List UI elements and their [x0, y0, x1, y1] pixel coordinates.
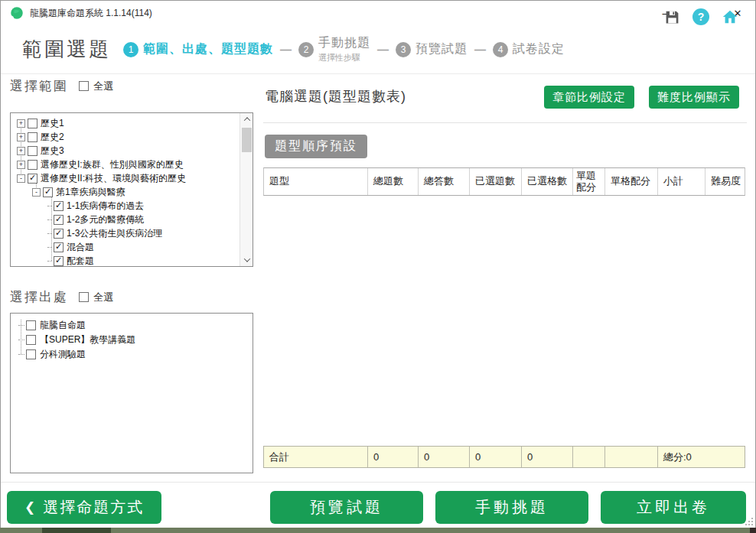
source-section-header: 選擇出處 全選 [10, 288, 113, 306]
checkbox-checked[interactable] [54, 256, 64, 266]
range-tree: + 歷史1 + 歷史2 + 歷史3 + 選修歷史I:族群、性別與 [10, 112, 253, 267]
step-3-label: 預覽試題 [415, 41, 468, 57]
checkbox-checked[interactable] [54, 229, 64, 239]
checkbox[interactable] [26, 320, 36, 330]
tree-item[interactable]: 1-1疾病傳布的過去 [11, 199, 239, 213]
tree-item[interactable]: 混合題 [11, 240, 239, 254]
tree-connector [18, 340, 24, 340]
back-to-method-button[interactable]: ❮ 選擇命題方式 [7, 491, 161, 524]
tree-scrollbar[interactable] [240, 113, 253, 266]
tree-item[interactable]: 1-2多元的醫療傳統 [11, 213, 239, 226]
resize-grip[interactable] [745, 518, 753, 525]
table-header-cell: 難易度 [705, 168, 745, 195]
preview-questions-button[interactable]: 預覽試題 [270, 491, 423, 524]
left-column: 選擇範圍 全選 + 歷史1 + 歷史2 [10, 77, 253, 475]
list-item[interactable]: 【SUPER】教學講義題 [11, 333, 251, 347]
page-title: 範圍選題 [22, 36, 111, 63]
range-select-all[interactable]: 全選 [79, 80, 113, 93]
expand-plus-icon[interactable]: + [17, 161, 25, 169]
home-icon[interactable] [722, 8, 738, 25]
help-icon[interactable]: ? [692, 8, 709, 25]
table-header-cell: 小計 [658, 168, 705, 195]
main-panel: 電腦選題(題型題數表) 章節比例設定 難度比例顯示 題型順序預設 題型 總題數 … [263, 81, 745, 116]
step-dash: — [473, 43, 487, 56]
expand-minus-icon[interactable]: - [32, 188, 41, 197]
expand-plus-icon[interactable]: + [17, 119, 25, 128]
source-list: 龍騰自命題 【SUPER】教學講義題 分科測驗題 [10, 313, 253, 473]
source-select-all-checkbox[interactable] [79, 292, 89, 302]
tree-connector [47, 261, 52, 262]
tree-item[interactable]: 配套題 [11, 254, 239, 267]
scrollbar-thumb[interactable] [242, 128, 252, 152]
tree-item[interactable]: + 選修歷史I:族群、性別與國家的歷史 [11, 158, 239, 171]
tree-connector [47, 233, 52, 234]
tree-item[interactable]: + 歷史1 [11, 116, 239, 130]
chevron-left-icon: ❮ [24, 499, 37, 515]
source-select-all[interactable]: 全選 [79, 291, 113, 304]
app-logo-icon [10, 6, 24, 20]
table-header-row: 題型 總題數 總答數 已選題數 已選格數 單題配分 單格配分 小計 難易度 [263, 167, 745, 196]
app-window: 龍騰題庫命題系統 1.1.14(114) — □ ✕ 範圍選題 1 範圍、出處、… [0, 0, 756, 528]
step-indicator: 1 範圍、出處、題型題數 — 2 手動挑題 選擇性步驟 — 3 預覽試題 — 4… [123, 35, 565, 63]
table-header-cell: 總答數 [419, 168, 470, 195]
header-icons: ? [664, 8, 738, 25]
checkbox[interactable] [28, 132, 37, 142]
range-select-all-checkbox[interactable] [79, 81, 89, 91]
list-item-label: 【SUPER】教學講義題 [40, 333, 135, 346]
checkbox[interactable] [26, 335, 36, 345]
checkbox[interactable] [28, 146, 37, 156]
step-3-number: 3 [396, 42, 411, 57]
difficulty-ratio-button[interactable]: 難度比例顯示 [649, 86, 739, 109]
step-4-label: 試卷設定 [513, 41, 565, 57]
scroll-up-icon[interactable] [240, 113, 253, 125]
chapter-ratio-button[interactable]: 章節比例設定 [544, 86, 634, 109]
tree-item-label: 1-2多元的醫療傳統 [67, 213, 144, 226]
divider [263, 122, 747, 123]
tree-item-label: 1-1疾病傳布的過去 [67, 200, 144, 213]
tree-connector [47, 247, 52, 248]
tree-item-label: 配套題 [67, 255, 94, 268]
tree-item-label: 歷史3 [41, 145, 64, 158]
step-1: 1 範圍、出處、題型題數 [123, 41, 273, 57]
tree-item[interactable]: + 歷史2 [11, 130, 239, 144]
checkbox[interactable] [28, 119, 37, 128]
expand-plus-icon[interactable]: + [17, 133, 25, 141]
list-item[interactable]: 龍騰自命題 [11, 318, 251, 333]
expand-minus-icon[interactable]: - [17, 174, 25, 183]
table-header-cell: 已選題數 [470, 168, 522, 195]
table-footer-row: 合計 0 0 0 0 總分:0 [263, 446, 745, 468]
source-select-all-label: 全選 [93, 291, 113, 304]
source-section-title: 選擇出處 [10, 288, 68, 306]
manual-pick-button[interactable]: 手動挑題 [435, 491, 588, 524]
checkbox-checked[interactable] [54, 201, 64, 211]
checkbox-checked[interactable] [28, 174, 37, 184]
tree-item-label: 選修歷史II:科技、環境與藝術的歷史 [41, 172, 186, 185]
footer-selected-questions: 0 [470, 447, 522, 467]
checkbox-checked[interactable] [54, 242, 64, 252]
tree-item[interactable]: - 第1章疾病與醫療 [11, 185, 239, 199]
checkbox-checked[interactable] [54, 215, 64, 225]
tree-item[interactable]: 1-3公共衛生與疾病治理 [11, 226, 239, 240]
tree-item-label: 選修歷史I:族群、性別與國家的歷史 [41, 158, 184, 171]
tree-item-label: 歷史2 [41, 131, 64, 144]
tree-connector [47, 206, 52, 206]
tree-item[interactable]: + 歷史3 [11, 144, 239, 158]
expand-plus-icon[interactable]: + [17, 147, 25, 155]
main-panel-title: 電腦選題(題型題數表) [265, 87, 406, 106]
checkbox[interactable] [26, 349, 36, 359]
checkbox-checked[interactable] [43, 187, 53, 197]
footer-total-score: 總分:0 [658, 447, 745, 467]
step-4: 4 試卷設定 [493, 41, 565, 57]
step-dash: — [376, 43, 390, 56]
tree-item-label: 1-3公共衛生與疾病治理 [67, 227, 162, 240]
scroll-down-icon[interactable] [240, 254, 253, 266]
checkbox[interactable] [28, 160, 37, 170]
save-icon[interactable] [664, 9, 680, 25]
tree-item[interactable]: - 選修歷史II:科技、環境與藝術的歷史 [11, 171, 239, 185]
question-type-order-preset-button[interactable]: 題型順序預設 [265, 135, 367, 158]
list-item[interactable]: 分科測驗題 [11, 347, 251, 362]
range-select-all-label: 全選 [93, 80, 113, 93]
generate-exam-button[interactable]: 立即出卷 [601, 491, 746, 524]
footer-total-questions: 0 [368, 447, 419, 467]
table-header-cell: 已選格數 [522, 168, 573, 195]
